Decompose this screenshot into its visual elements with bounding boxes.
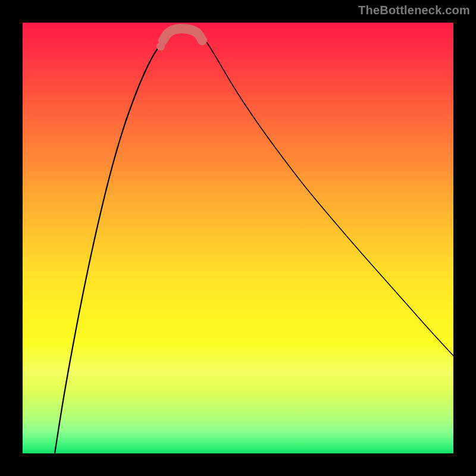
outer-frame: TheBottleneck.com xyxy=(0,0,476,476)
right-curve xyxy=(202,37,453,356)
watermark-text: TheBottleneck.com xyxy=(358,4,470,17)
left-curve xyxy=(55,37,166,453)
highlight-bump xyxy=(163,29,202,40)
highlight-dot xyxy=(156,42,165,51)
chart-svg xyxy=(23,23,453,453)
plot-area xyxy=(23,23,453,453)
